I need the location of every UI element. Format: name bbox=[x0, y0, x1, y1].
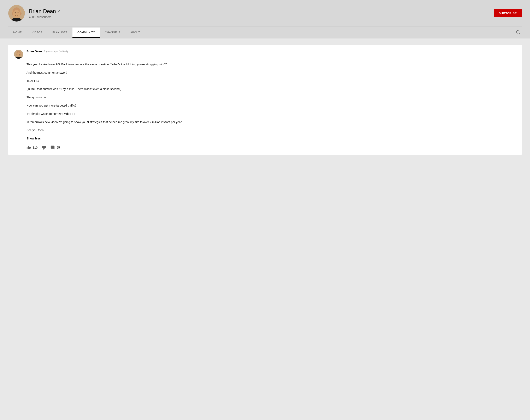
dislike-button[interactable] bbox=[42, 145, 46, 150]
subscriber-count: 408K subscribers bbox=[29, 15, 61, 19]
channel-info: Brian Dean ✓ 408K subscribers SUBSCRIBE bbox=[8, 5, 522, 26]
svg-point-3 bbox=[13, 10, 20, 17]
svg-point-7 bbox=[20, 13, 22, 15]
thumbs-up-icon bbox=[27, 145, 31, 150]
like-button[interactable]: 310 bbox=[27, 145, 37, 150]
post-body: This year I asked over 90k Backlinko rea… bbox=[27, 62, 516, 141]
post-card: Brian Dean 2 years ago (edited) This yea… bbox=[8, 45, 522, 155]
post-reactions: 310 55 bbox=[27, 145, 516, 150]
post-time: 2 years ago (edited) bbox=[44, 50, 68, 53]
post-line-6: How can you get more targeted traffic? bbox=[27, 103, 516, 108]
channel-name-row: Brian Dean ✓ bbox=[29, 8, 61, 14]
post-line-2: And the most common answer? bbox=[27, 70, 516, 75]
channel-name: Brian Dean bbox=[29, 8, 56, 14]
channel-header: Brian Dean ✓ 408K subscribers SUBSCRIBE … bbox=[0, 0, 530, 39]
post-header: Brian Dean 2 years ago (edited) bbox=[14, 50, 516, 59]
search-icon[interactable] bbox=[514, 27, 522, 39]
like-count: 310 bbox=[33, 146, 37, 149]
post-author: Brian Dean bbox=[27, 50, 42, 53]
svg-line-9 bbox=[519, 33, 520, 34]
channel-text: Brian Dean ✓ 408K subscribers bbox=[29, 8, 61, 19]
comment-count: 55 bbox=[57, 146, 60, 149]
thumbs-down-icon bbox=[42, 145, 46, 150]
post-line-3: TRAFFIC. bbox=[27, 79, 516, 84]
channel-left: Brian Dean ✓ 408K subscribers bbox=[8, 5, 61, 22]
tab-home[interactable]: HOME bbox=[8, 28, 27, 38]
post-line-5: The question is: bbox=[27, 95, 516, 100]
post-meta: Brian Dean 2 years ago (edited) bbox=[27, 50, 68, 53]
tab-community[interactable]: COMMUNITY bbox=[73, 28, 100, 38]
tab-videos[interactable]: VIDEOS bbox=[27, 28, 47, 38]
subscribe-button[interactable]: SUBSCRIBE bbox=[494, 9, 522, 17]
post-line-7: It's simple: watch tomorrow's video :-) bbox=[27, 112, 516, 116]
svg-point-17 bbox=[20, 54, 22, 56]
post-line-4: (In fact, that answer was #1 by a mile. … bbox=[27, 87, 516, 92]
verified-icon: ✓ bbox=[58, 9, 61, 14]
channel-nav: HOME VIDEOS PLAYLISTS COMMUNITY CHANNELS… bbox=[8, 27, 522, 39]
svg-point-5 bbox=[18, 13, 19, 14]
channel-avatar bbox=[8, 5, 25, 22]
tab-about[interactable]: ABOUT bbox=[125, 28, 145, 38]
svg-point-4 bbox=[15, 13, 16, 14]
tab-playlists[interactable]: PLAYLISTS bbox=[47, 28, 73, 38]
svg-point-16 bbox=[16, 54, 17, 56]
svg-point-6 bbox=[12, 13, 13, 15]
svg-point-14 bbox=[18, 54, 18, 55]
post-line-1: This year I asked over 90k Backlinko rea… bbox=[27, 62, 516, 67]
post-line-8: In tomorrow's new video I'm going to sho… bbox=[27, 120, 516, 125]
comment-icon bbox=[50, 145, 55, 150]
main-content: Brian Dean 2 years ago (edited) This yea… bbox=[0, 39, 530, 161]
svg-point-15 bbox=[19, 54, 20, 55]
post-line-9: See you then. bbox=[27, 128, 516, 133]
show-less-button[interactable]: Show less bbox=[27, 137, 41, 140]
post-avatar bbox=[14, 50, 23, 59]
comment-button[interactable]: 55 bbox=[50, 145, 60, 150]
tab-channels[interactable]: CHANNELS bbox=[100, 28, 125, 38]
